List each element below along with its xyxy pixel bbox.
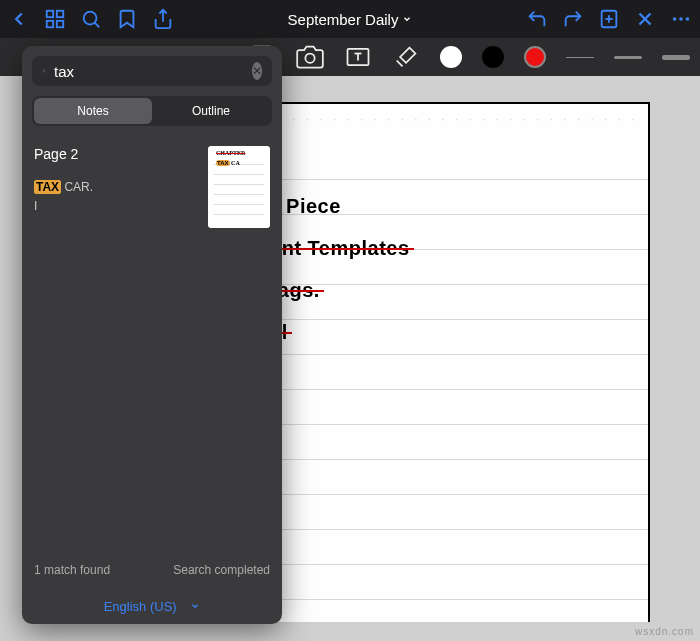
magic-tool-icon[interactable]	[392, 43, 420, 71]
watermark: wsxdn.com	[635, 626, 694, 637]
svg-rect-1	[57, 11, 63, 17]
svg-rect-0	[47, 11, 53, 17]
result-snippet: TAX CAR.I	[34, 178, 198, 216]
tab-outline[interactable]: Outline	[152, 98, 270, 124]
top-nav: September Daily	[0, 0, 700, 38]
svg-point-4	[84, 12, 97, 25]
add-page-icon[interactable]	[598, 8, 620, 30]
close-icon[interactable]	[634, 8, 656, 30]
share-icon[interactable]	[152, 8, 174, 30]
svg-point-13	[679, 17, 683, 21]
svg-point-14	[686, 17, 690, 21]
undo-icon[interactable]	[526, 8, 548, 30]
svg-point-12	[673, 17, 677, 21]
text-tool-icon[interactable]	[344, 43, 372, 71]
language-picker[interactable]: English (US)	[22, 589, 282, 624]
color-white[interactable]	[440, 46, 462, 68]
search-input[interactable]	[54, 63, 244, 80]
tab-notes[interactable]: Notes	[34, 98, 152, 124]
search-bar: ✕	[32, 56, 272, 86]
search-footer: 1 match found Search completed	[22, 551, 282, 589]
search-icon	[42, 63, 46, 79]
bookmark-icon[interactable]	[116, 8, 138, 30]
grid-icon[interactable]	[44, 8, 66, 30]
search-status: Search completed	[173, 563, 270, 577]
clear-search-icon[interactable]: ✕	[252, 62, 262, 80]
svg-line-22	[45, 72, 46, 73]
svg-rect-3	[57, 21, 63, 27]
svg-point-17	[305, 54, 314, 63]
result-page-title: Page 2	[34, 146, 198, 162]
document-title[interactable]: September Daily	[188, 11, 512, 28]
back-icon[interactable]	[8, 8, 30, 30]
search-panel: ✕ Notes Outline Page 2 TAX CAR.I CHAPTER…	[22, 46, 282, 624]
color-black[interactable]	[482, 46, 504, 68]
redo-icon[interactable]	[562, 8, 584, 30]
svg-line-5	[95, 23, 100, 28]
camera-tool-icon[interactable]	[296, 43, 324, 71]
more-icon[interactable]	[670, 8, 692, 30]
result-thumbnail: CHAPTER TAX CA	[208, 146, 270, 228]
color-red[interactable]	[524, 46, 546, 68]
search-tabs: Notes Outline	[32, 96, 272, 126]
match-count: 1 match found	[34, 563, 110, 577]
svg-rect-2	[47, 21, 53, 27]
svg-point-21	[43, 70, 45, 72]
pen-width-med[interactable]	[614, 56, 642, 59]
search-result[interactable]: Page 2 TAX CAR.I CHAPTER TAX CA	[22, 136, 282, 238]
pen-width-thick[interactable]	[662, 55, 690, 60]
search-icon[interactable]	[80, 8, 102, 30]
pen-width-thin[interactable]	[566, 57, 594, 58]
